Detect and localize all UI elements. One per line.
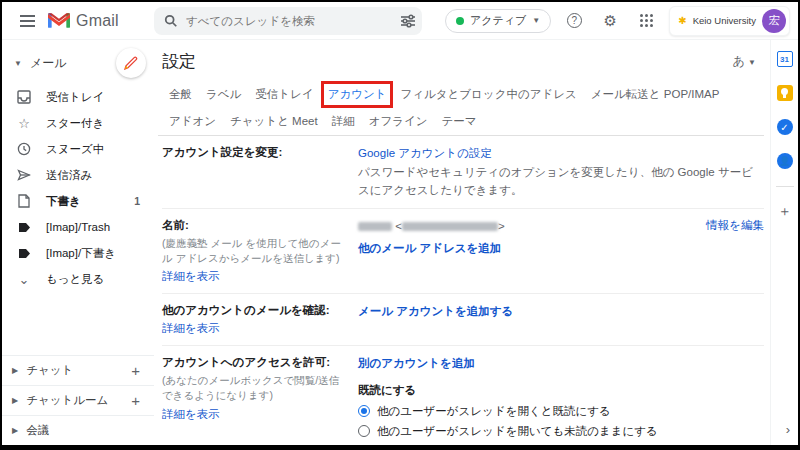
sidebar-item-starred[interactable]: ☆ スター付き [2,110,154,136]
sidebar-item-sent[interactable]: 送信済み [2,162,154,188]
radio-unselected-icon[interactable] [358,425,370,437]
tasks-icon: ✓ [777,119,793,135]
sidebar-section-rooms[interactable]: ▶ チャットルーム + [2,385,154,415]
search-options-icon[interactable] [400,14,416,28]
account-chip[interactable]: ✱ Keio University 宏 [669,6,790,36]
add-room-button[interactable]: + [131,392,140,409]
add-chat-button[interactable]: + [131,362,140,379]
chevron-down-icon: ▼ [748,58,756,67]
tab-chat-meet[interactable]: チャットと Meet [223,108,325,135]
radio-option[interactable]: 他のユーザーがスレッドを開いても未読のままにする [358,423,764,440]
redacted-email [402,222,498,231]
add-email-address-link[interactable]: 他のメール アドレスを追加 [358,242,501,254]
sidebar-item-label: スター付き [46,116,104,131]
sidebar-section-mail[interactable]: メール [30,55,67,72]
radio-label: 他のユーザーがスレッドを開くと既読にする [377,403,611,420]
collapse-side-panel-chevron[interactable]: › [786,422,790,437]
settings-main: 設定 あ ▼ 全般 ラベル 受信トレイ アカウント フィルタとブロック中のアドレ… [154,40,770,445]
tab-addons[interactable]: アドオン [162,108,223,135]
tasks-button[interactable]: ✓ [776,118,794,136]
row-sublabel: (慶應義塾 メール を使用して他のメール アドレスからメールを送信します) [162,236,348,266]
help-button[interactable]: ? [561,8,587,34]
row-label: 名前: [162,219,189,231]
sidebar-section-label: チャット [26,363,73,378]
show-details-link[interactable]: 詳細を表示 [162,322,220,334]
row-sublabel: (あなたのメールボックスで閲覧/送信できるようになります) [162,373,348,403]
input-tools-selector[interactable]: あ ▼ [732,53,756,70]
compose-button[interactable] [116,48,146,78]
chevron-right-icon: ▶ [12,396,18,405]
row-check-other-accounts: 他のアカウントのメールを確認: 詳細を表示 メール アカウントを追加する [162,294,764,346]
search-icon [164,14,178,28]
edit-info-link[interactable]: 情報を編集 [706,219,764,231]
keep-icon [777,85,793,101]
gmail-wordmark: Gmail [76,12,119,30]
sidebar-item-label: 下書き [46,194,81,209]
search-input[interactable] [186,15,400,27]
sidebar-item-imap-trash[interactable]: [Imap]/Trash [2,214,154,240]
draft-icon [16,193,32,209]
tab-advanced[interactable]: 詳細 [325,108,362,135]
add-mail-account-link[interactable]: メール アカウントを追加する [358,305,513,317]
tab-offline[interactable]: オフライン [362,108,435,135]
help-icon: ? [567,13,582,28]
radio-option[interactable]: 他のユーザーがスレッドを開くと既読にする [358,403,764,420]
row-grant-access: アカウントへのアクセスを許可: (あなたのメールボックスで閲覧/送信できるように… [162,346,764,445]
sidebar-item-drafts[interactable]: 下書き 1 [2,188,154,214]
radio-selected-icon[interactable] [358,405,370,417]
sidebar-item-label: もっと見る [46,272,105,287]
google-account-settings-link[interactable]: Google アカウントの設定 [358,147,492,159]
status-label: アクティブ [470,13,526,28]
calendar-button[interactable]: 31 [776,50,794,68]
tab-filters[interactable]: フィルタとブロック中のアドレス [393,81,583,108]
sidebar-item-snoozed[interactable]: スヌーズ中 [2,136,154,162]
avatar[interactable]: 宏 [762,9,786,33]
row-name: 名前: (慶應義塾 メール を使用して他のメール アドレスからメールを送信します… [162,209,764,294]
show-details-link[interactable]: 詳細を表示 [162,408,220,420]
settings-gear-button[interactable]: ⚙ [597,8,623,34]
tab-forwarding[interactable]: メール転送と POP/IMAP [584,81,727,108]
chevron-right-icon: ▶ [12,426,18,435]
tab-accounts-highlighted[interactable]: アカウント [321,81,394,108]
radio-label: 他のユーザーがスレッドを開いても未読のままにする [377,423,658,440]
calendar-icon: 31 [777,51,793,67]
row-description: パスワードやセキュリティのオプションを変更したり、他の Google サービスに… [358,164,764,199]
tab-labels[interactable]: ラベル [199,81,248,108]
show-details-link[interactable]: 詳細を表示 [162,270,220,282]
sidebar-section-chat[interactable]: ▶ チャット + [2,355,154,385]
add-another-account-link[interactable]: 別のアカウントを追加 [358,357,475,369]
gmail-logo[interactable]: Gmail [48,12,140,30]
row-label: アカウントへのアクセスを許可: [162,356,330,368]
side-panel: 31 ✓ 👤 ＋ [770,40,798,445]
keep-button[interactable] [776,84,794,102]
sidebar-item-label: [Imap]/Trash [46,221,110,233]
tab-inbox[interactable]: 受信トレイ [248,81,320,108]
sidebar-section-meet[interactable]: ▶ 会議 [2,415,154,445]
sidebar-item-inbox[interactable]: 受信トレイ [2,84,154,110]
tab-themes[interactable]: テーマ [435,108,484,135]
send-icon [16,167,32,183]
apps-grid-button[interactable] [633,8,659,34]
contacts-button[interactable]: 👤 [776,152,794,170]
clock-icon [16,141,32,157]
sidebar-item-more[interactable]: ⌄ もっと見る [2,266,154,292]
drafts-count: 1 [134,195,140,207]
page-title: 設定 [162,50,196,73]
top-bar: Gmail アクティブ ▼ ? ⚙ ✱ Keio University 宏 [2,2,798,40]
pencil-icon [124,56,138,70]
apps-grid-icon [640,14,653,27]
get-addons-button[interactable]: ＋ [776,203,794,221]
sidebar-item-label: [Imap]/下書き [46,246,116,261]
sidebar-item-imap-drafts[interactable]: [Imap]/下書き [2,240,154,266]
chevron-down-icon[interactable]: ▼ [14,59,22,68]
chevron-down-icon: ⌄ [16,271,32,287]
redacted-name [358,222,392,231]
sidebar-item-label: 送信済み [46,168,92,183]
tab-general[interactable]: 全般 [162,81,199,108]
chevron-right-icon: ▶ [12,366,18,375]
settings-tabs: 全般 ラベル 受信トレイ アカウント フィルタとブロック中のアドレス メール転送… [158,79,764,136]
search-box[interactable] [154,7,422,35]
status-selector[interactable]: アクティブ ▼ [445,9,551,33]
hamburger-menu-icon[interactable] [12,6,42,36]
label-icon [16,245,32,261]
